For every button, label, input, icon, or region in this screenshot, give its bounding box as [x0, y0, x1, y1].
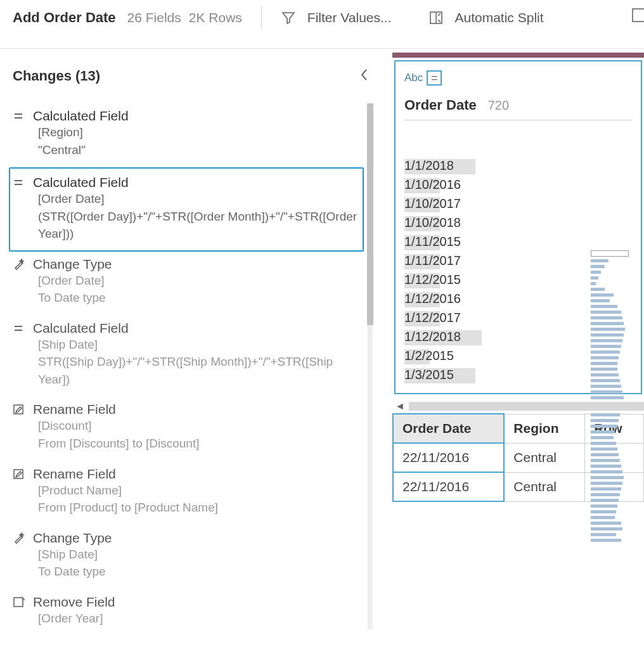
histogram-bar[interactable]: [591, 396, 624, 399]
column-header[interactable]: Order Date: [393, 414, 504, 443]
change-detail-field: [Discount]: [38, 417, 364, 435]
histogram-bar[interactable]: [591, 447, 617, 451]
value-text: 1/12/2015: [404, 273, 461, 287]
histogram-bar[interactable]: [591, 430, 615, 434]
histogram-bar[interactable]: [591, 476, 624, 479]
histogram-bar[interactable]: [591, 379, 620, 382]
histogram-bar[interactable]: [591, 510, 616, 513]
filter-icon: [281, 10, 296, 25]
change-detail-field: [Order Date]: [38, 190, 359, 208]
histogram-bar[interactable]: [591, 293, 614, 297]
histogram-bar[interactable]: [591, 504, 617, 508]
table-cell[interactable]: Central: [504, 472, 584, 501]
svg-rect-4: [14, 598, 23, 607]
histogram-bar[interactable]: [591, 453, 619, 456]
histogram-bar[interactable]: [591, 299, 610, 302]
histogram-bar[interactable]: [591, 499, 619, 502]
value-text: 1/2/2015: [404, 349, 454, 363]
equals-icon: [13, 323, 33, 334]
change-detail-desc: (STR([Order Day])+"/"+STR([Order Month])…: [38, 208, 359, 243]
histogram-bar[interactable]: [591, 288, 605, 291]
histogram-bar[interactable]: [591, 465, 621, 468]
value-text: 1/3/2015: [404, 368, 454, 382]
hscroll-track[interactable]: [409, 402, 644, 411]
change-detail-field: [Ship Date]: [38, 546, 364, 563]
value-row[interactable]: 1/10/2018: [404, 215, 632, 230]
histogram-bar[interactable]: [591, 425, 617, 428]
histogram-bar[interactable]: [591, 350, 620, 354]
histogram-bar[interactable]: [591, 385, 621, 388]
histogram-bar[interactable]: [591, 250, 629, 257]
histogram-bar[interactable]: [591, 442, 616, 445]
split-icon: [428, 10, 444, 25]
table-cell[interactable]: 22/11/2016: [393, 443, 504, 472]
histogram-bar[interactable]: [591, 516, 615, 519]
change-title: Change Type: [33, 530, 112, 546]
histogram-bar[interactable]: [591, 459, 620, 462]
changes-list: Calculated Field[Region]"Central"Calcula…: [13, 103, 392, 636]
profile-field-name[interactable]: Order Date: [404, 97, 477, 113]
horizontal-scrollbar[interactable]: ◄: [392, 401, 644, 412]
histogram-bar[interactable]: [591, 265, 605, 268]
histogram-bar[interactable]: [591, 322, 624, 325]
histogram-bar[interactable]: [591, 368, 617, 371]
histogram-bar[interactable]: [591, 533, 616, 536]
change-detail-field: [Product Name]: [38, 482, 364, 499]
histogram-bar[interactable]: [591, 305, 617, 308]
histogram-bar[interactable]: [591, 527, 622, 530]
collapse-changes-button[interactable]: [360, 68, 369, 84]
histogram-bar[interactable]: [591, 522, 621, 525]
change-item[interactable]: Rename Field[Discount]From [Discounts] t…: [13, 397, 364, 461]
histogram-bar[interactable]: [591, 259, 609, 262]
histogram-bar[interactable]: [591, 345, 621, 348]
value-row[interactable]: 1/1/2018: [404, 158, 632, 173]
histogram-bar[interactable]: [591, 271, 601, 274]
automatic-split-label: Automatic Split: [455, 10, 544, 25]
value-row[interactable]: 1/11/2015: [404, 235, 632, 249]
histogram-bar[interactable]: [591, 539, 621, 542]
histogram-bar[interactable]: [591, 316, 622, 319]
change-item[interactable]: Calculated Field[Region]"Central": [13, 103, 364, 167]
table-cell[interactable]: Central: [504, 443, 584, 472]
chevron-left-icon: [360, 68, 369, 81]
change-title: Rename Field: [33, 402, 116, 417]
histogram-bar[interactable]: [591, 413, 620, 416]
change-item[interactable]: Calculated Field[Ship Date]STR([Ship Day…: [13, 316, 364, 397]
value-row[interactable]: 1/10/2016: [404, 177, 632, 192]
histogram-bar[interactable]: [591, 482, 622, 485]
histogram-bar[interactable]: [591, 390, 622, 394]
histogram-bar[interactable]: [591, 436, 614, 439]
more-panel-icon[interactable]: [631, 6, 644, 27]
value-row[interactable]: 1/10/2017: [404, 196, 632, 211]
change-title: Calculated Field: [33, 321, 129, 336]
change-item[interactable]: Remove Field[Order Year]: [13, 589, 364, 636]
histogram-bar[interactable]: [591, 362, 617, 365]
change-item[interactable]: Change Type[Ship Date]To Date type: [13, 525, 364, 589]
histogram-bar[interactable]: [591, 339, 622, 342]
change-title: Calculated Field: [33, 175, 129, 190]
change-item[interactable]: Calculated Field[Order Date](STR([Order …: [9, 167, 364, 252]
histogram-bar[interactable]: [591, 328, 625, 331]
scroll-left-arrow-icon[interactable]: ◄: [395, 401, 405, 412]
filter-values-button[interactable]: Filter Values...: [281, 10, 392, 25]
svg-rect-1: [633, 9, 644, 22]
histogram-bar[interactable]: [591, 487, 621, 491]
histogram-bar[interactable]: [591, 493, 620, 496]
histogram-bar[interactable]: [591, 311, 621, 314]
column-header[interactable]: Region: [504, 414, 584, 443]
change-item[interactable]: Rename Field[Product Name]From [Product]…: [13, 461, 364, 525]
table-cell[interactable]: 22/11/2016: [393, 472, 504, 501]
histogram-bar[interactable]: [591, 333, 624, 337]
histogram: [591, 250, 631, 544]
histogram-bar[interactable]: [591, 276, 598, 280]
histogram-bar[interactable]: [591, 419, 619, 422]
change-item[interactable]: Change Type[Order Date]To Date type: [13, 252, 364, 316]
calculated-indicator-icon[interactable]: =: [427, 70, 442, 86]
histogram-bar[interactable]: [591, 282, 596, 285]
histogram-bar[interactable]: [591, 356, 619, 359]
histogram-bar[interactable]: [591, 373, 619, 376]
automatic-split-button[interactable]: Automatic Split: [428, 10, 544, 25]
histogram-bar[interactable]: [591, 470, 622, 473]
rows-count-label: 2K Rows: [189, 10, 242, 25]
scrollbar-thumb[interactable]: [367, 103, 373, 325]
